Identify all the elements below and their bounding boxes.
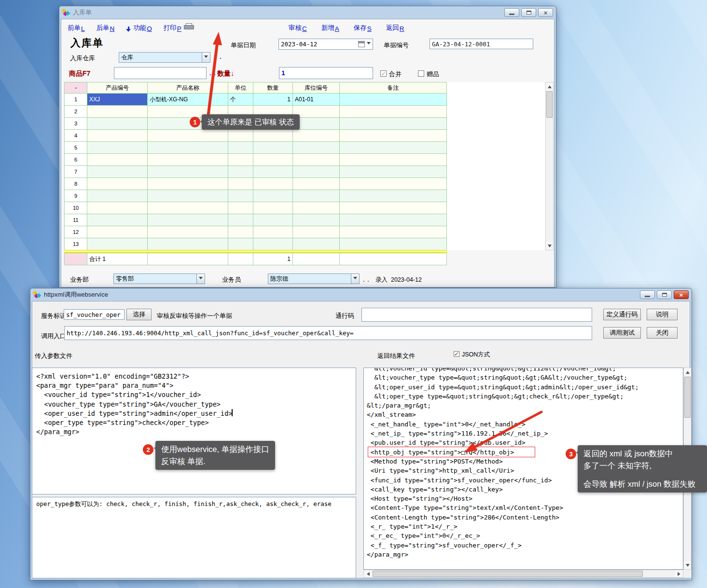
grid-cell[interactable] — [148, 178, 228, 190]
entry-url-input[interactable] — [64, 326, 592, 340]
grid-cell[interactable] — [148, 142, 228, 154]
qty-input[interactable] — [279, 67, 373, 79]
service-input[interactable] — [64, 309, 125, 320]
grid-cell[interactable] — [228, 190, 253, 202]
dept-combo[interactable]: 零售部 — [113, 273, 205, 284]
warehouse-dropdown-icon[interactable] — [202, 53, 210, 62]
grid-cell[interactable] — [253, 214, 293, 226]
grid-cell[interactable] — [148, 214, 228, 226]
stockin-titlebar[interactable]: 入库单 × — [59, 6, 556, 19]
person-dropdown-icon[interactable] — [351, 274, 359, 284]
grid-cell[interactable] — [87, 166, 148, 178]
docno-input[interactable] — [430, 39, 533, 49]
grid-cell[interactable] — [340, 130, 447, 142]
toolbar-button-O[interactable]: 功能O — [126, 24, 152, 32]
grid-cell[interactable] — [87, 142, 148, 154]
grid-cell[interactable] — [228, 214, 253, 226]
grid-cell[interactable]: 个 — [228, 94, 253, 106]
grid-scrollbar[interactable] — [545, 82, 554, 250]
grid-cell[interactable] — [148, 226, 228, 238]
grid-cell[interactable] — [228, 154, 253, 166]
person-combo[interactable]: 陈宗德 — [268, 273, 360, 284]
toolbar-button-C[interactable]: 审核C — [289, 24, 307, 32]
grid-cell[interactable] — [148, 202, 228, 214]
grid-cell[interactable] — [293, 118, 340, 130]
grid-cell[interactable]: A01-01 — [293, 94, 340, 106]
grid-cell[interactable] — [293, 214, 340, 226]
grid-cell[interactable] — [148, 154, 228, 166]
scroll-left-button[interactable] — [364, 570, 372, 577]
grid-cell[interactable] — [253, 154, 293, 166]
grid-cell[interactable] — [148, 238, 228, 250]
scroll-up-button[interactable] — [546, 82, 553, 90]
minimize-button[interactable] — [640, 290, 655, 299]
grid-cell[interactable] — [87, 190, 148, 202]
toolbar-button-N[interactable]: 后单N — [97, 24, 115, 32]
grid-cell[interactable] — [228, 142, 253, 154]
grid-cell[interactable] — [340, 178, 447, 190]
close-button[interactable]: × — [674, 290, 689, 299]
toolbar-button-R[interactable]: 返回R — [386, 24, 404, 32]
product-more-button[interactable]: . . — [209, 69, 216, 77]
grid-cell[interactable]: XXJ — [87, 94, 148, 106]
json-mode-checkbox[interactable]: ✓ — [454, 351, 459, 357]
grid-cell[interactable] — [87, 238, 148, 250]
grid-cell[interactable] — [293, 166, 340, 178]
grid-cell[interactable] — [340, 226, 447, 238]
grid-cell[interactable] — [340, 202, 447, 214]
grid-cell[interactable] — [253, 130, 293, 142]
grid-cell[interactable] — [340, 142, 447, 154]
webservice-titlebar[interactable]: httpxml调用webservice × — [30, 288, 692, 301]
grid-cell[interactable] — [87, 202, 148, 214]
grid-cell[interactable] — [293, 154, 340, 166]
request-xml-panel[interactable]: <?xml version="1.0" encoding="GB2312"?><… — [32, 368, 356, 494]
call-test-button[interactable]: 调用测试 — [603, 327, 641, 339]
maximize-button[interactable] — [521, 8, 536, 17]
grid-cell[interactable] — [228, 226, 253, 238]
grid-cell[interactable] — [340, 94, 447, 106]
grid-cell[interactable] — [228, 130, 253, 142]
grid-cell[interactable] — [87, 154, 148, 166]
minimize-button[interactable] — [504, 8, 519, 17]
grid-cell[interactable] — [340, 238, 447, 250]
calendar-icon[interactable] — [358, 41, 365, 47]
grid-cell[interactable] — [228, 202, 253, 214]
grid-cell[interactable] — [253, 190, 293, 202]
grid-cell[interactable] — [253, 178, 293, 190]
grid-cell[interactable] — [340, 166, 447, 178]
passcode-input[interactable] — [361, 308, 592, 322]
toolbar-button-P[interactable]: 打印P — [164, 24, 181, 32]
scroll-down-button[interactable] — [684, 561, 691, 569]
response-hscrollbar[interactable] — [363, 570, 683, 578]
grid-cell[interactable] — [293, 190, 340, 202]
dept-dropdown-icon[interactable] — [196, 274, 205, 284]
grid-cell[interactable]: 1 — [253, 94, 293, 106]
maximize-button[interactable] — [657, 290, 672, 299]
grid-cell[interactable] — [87, 226, 148, 238]
grid-cell[interactable] — [293, 202, 340, 214]
scroll-thumb[interactable] — [546, 91, 553, 118]
grid-cell[interactable] — [87, 106, 148, 118]
grid-cell[interactable] — [228, 238, 253, 250]
hint-panel[interactable]: oper_type参数可以为: check, check_r, finish, … — [32, 497, 356, 578]
date-field[interactable]: 2023-04-12 — [278, 39, 373, 50]
grid-cell[interactable] — [87, 178, 148, 190]
grid-cell[interactable] — [293, 106, 340, 118]
scroll-thumb[interactable] — [373, 571, 643, 577]
toolbar-button-L[interactable]: 前单L — [68, 24, 85, 32]
merge-checkbox[interactable]: ✓ — [380, 70, 387, 77]
grid-cell[interactable] — [253, 142, 293, 154]
grid-cell[interactable] — [87, 130, 148, 142]
scroll-up-button[interactable] — [684, 368, 691, 376]
grid-cell[interactable] — [293, 130, 340, 142]
grid-cell[interactable] — [293, 238, 340, 250]
grid-cell[interactable] — [340, 106, 447, 118]
warehouse-more-button[interactable]: . . — [215, 53, 222, 60]
grid-cell[interactable] — [340, 214, 447, 226]
grid-cell[interactable] — [148, 166, 228, 178]
grid-cell[interactable] — [148, 130, 228, 142]
help-button[interactable]: 说明 — [647, 309, 678, 320]
toolbar-button-A[interactable]: 新增A — [321, 24, 339, 32]
grid-cell[interactable] — [253, 226, 293, 238]
grid-cell[interactable] — [148, 190, 228, 202]
